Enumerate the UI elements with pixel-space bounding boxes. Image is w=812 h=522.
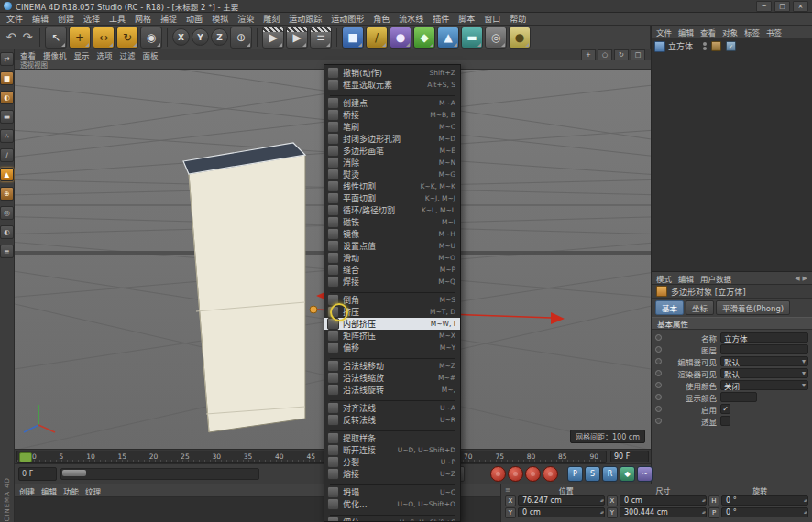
parameter-key-toggle[interactable]: ◆ — [620, 466, 635, 482]
polygon-tag-icon[interactable] — [711, 41, 721, 51]
model-mode-icon[interactable]: ■ — [0, 71, 14, 85]
maximize-view-icon[interactable]: □ — [631, 49, 645, 60]
attribute-menu-item[interactable]: 用户数据 — [700, 273, 731, 284]
texture-mode-icon[interactable]: ◐ — [0, 91, 14, 104]
add-deformer-button[interactable]: ▲ — [437, 27, 459, 49]
viewport-solo-icon[interactable]: ◎ — [0, 206, 14, 220]
material-menu-item[interactable]: 纹理 — [85, 485, 101, 496]
add-mograph-button[interactable]: ◆ — [413, 27, 435, 49]
attribute-control[interactable] — [720, 404, 730, 414]
coordinate-system-button[interactable]: ⊕ — [230, 27, 252, 49]
slider-handle[interactable] — [62, 470, 86, 476]
record-keyframe-button[interactable] — [490, 466, 506, 482]
add-environment-button[interactable]: ▬ — [461, 27, 483, 49]
menubar-item[interactable]: 流水线 — [399, 13, 423, 25]
undo-icon[interactable]: ↶ — [4, 27, 18, 48]
context-menu-item[interactable]: 对齐法线 U~A — [324, 402, 460, 414]
context-menu-item[interactable]: 偏移 M~Y — [324, 342, 460, 353]
rotate-view-icon[interactable]: ↻ — [614, 49, 629, 60]
end-frame-field[interactable]: 90 F — [610, 451, 649, 462]
context-menu-item[interactable]: 沿法线缩放 M~# — [324, 372, 460, 384]
menubar-item[interactable]: 创建 — [58, 13, 74, 25]
viewport-menu-item[interactable]: 选项 — [97, 49, 113, 60]
frame-slider[interactable] — [60, 468, 259, 480]
context-menu-item[interactable]: 内部挤压 M~W, I — [324, 318, 460, 330]
anim-dot-icon[interactable] — [655, 406, 662, 412]
viewport-menu-item[interactable]: 摄像机 — [43, 49, 67, 60]
attribute-tab[interactable]: 基本 — [655, 300, 684, 315]
context-menu-item[interactable]: 磁铁 M~I — [324, 216, 460, 228]
context-menu-item[interactable]: 反转法线 U~R — [324, 414, 460, 426]
context-menu-item[interactable]: 沿法线移动 M~Z — [324, 360, 460, 372]
make-editable-icon[interactable]: ⇄ — [0, 52, 14, 66]
material-menu-item[interactable]: 编辑 — [41, 485, 57, 496]
viewport-menu-item[interactable]: 查看 — [20, 49, 36, 60]
context-menu-item[interactable]: 沿法线旋转 M~, — [324, 384, 460, 396]
add-generator-button[interactable]: ● — [390, 27, 411, 49]
object-manager-menu-item[interactable]: 文件 — [656, 27, 672, 38]
object-list-item[interactable]: 立方体 — [654, 40, 809, 52]
lock-y-axis-button[interactable]: Y — [192, 28, 209, 46]
render-settings-button[interactable]: ≡ — [310, 27, 332, 49]
context-menu-item[interactable]: 平面切割 K~J, M~J — [324, 192, 460, 204]
current-frame-marker[interactable] — [19, 452, 32, 462]
scale-tool[interactable]: ↔ — [93, 27, 115, 49]
menubar-item[interactable]: 模拟 — [212, 13, 228, 25]
maximize-button[interactable]: □ — [774, 1, 790, 12]
rotate-tool[interactable]: ↻ — [116, 27, 138, 49]
menubar-item[interactable]: 雕刻 — [263, 13, 280, 25]
attribute-tab[interactable]: 坐标 — [686, 300, 714, 315]
attribute-control[interactable]: 关闭 — [720, 380, 808, 390]
context-menu-item[interactable]: 设置点值 M~U — [324, 240, 460, 252]
context-menu-item[interactable]: 倒角 M~S — [324, 294, 460, 306]
lock-x-axis-button[interactable]: X — [172, 28, 190, 46]
context-menu-item[interactable]: 焊接 M~Q — [324, 276, 460, 288]
attribute-control[interactable] — [720, 344, 808, 354]
object-manager-menu-item[interactable]: 书签 — [766, 27, 782, 38]
menubar-item[interactable]: 网格 — [135, 13, 151, 25]
move-tool[interactable]: + — [69, 27, 91, 49]
context-menu-item[interactable]: 提取样条 — [324, 432, 460, 444]
context-menu-item[interactable]: 镜像 M~H — [324, 228, 460, 240]
render-view-button[interactable]: ▶ — [262, 27, 284, 49]
lock-z-axis-button[interactable]: Z — [211, 28, 228, 46]
minimize-button[interactable]: ─ — [756, 1, 772, 12]
context-menu-item[interactable]: 优化... U~O, U~Shift+O — [324, 498, 460, 510]
context-menu-item[interactable]: 熨烫 M~G — [324, 169, 460, 180]
context-menu-item[interactable]: 创建点 M~A — [324, 97, 460, 109]
anim-dot-icon[interactable] — [655, 346, 662, 353]
add-primitive-button[interactable]: ■ — [342, 27, 364, 49]
workplane-mode-icon[interactable]: ▬ — [0, 110, 14, 124]
record-options-button[interactable] — [543, 466, 558, 482]
visibility-dots[interactable] — [703, 42, 707, 50]
attribute-control[interactable] — [720, 416, 730, 426]
scale-key-toggle[interactable]: S — [585, 466, 600, 482]
menubar-item[interactable]: 选择 — [83, 13, 100, 25]
add-light-button[interactable]: ● — [509, 27, 531, 49]
material-menu-item[interactable]: 功能 — [63, 485, 79, 496]
context-menu-item[interactable]: 滑动 M~O — [324, 252, 460, 264]
close-button[interactable]: × — [793, 1, 808, 12]
size-field[interactable]: 300.444 cm — [620, 507, 707, 517]
object-manager-menu-item[interactable]: 查看 — [700, 27, 716, 38]
enable-axis-icon[interactable]: ⊕ — [0, 187, 14, 201]
menubar-item[interactable]: 脚本 — [458, 13, 475, 25]
locked-workplane-icon[interactable]: ≡ — [0, 245, 14, 258]
attribute-menu-item[interactable]: 模式 — [656, 273, 672, 284]
rotation-key-toggle[interactable]: R — [602, 466, 618, 482]
object-manager-menu-item[interactable]: 对象 — [722, 27, 738, 38]
object-manager-menu-item[interactable]: 标签 — [744, 27, 760, 38]
attribute-control[interactable]: 默认 — [720, 368, 808, 378]
menubar-item[interactable]: 运动图形 — [331, 13, 364, 25]
rotation-field[interactable]: 0 ° — [721, 507, 808, 517]
context-menu-item[interactable]: 分裂 U~P — [324, 456, 460, 468]
autokeying-button[interactable] — [508, 466, 523, 482]
menubar-item[interactable]: 工具 — [109, 13, 126, 25]
menubar-item[interactable]: 插件 — [433, 13, 449, 25]
live-selection-tool[interactable]: ↖ — [45, 27, 67, 49]
context-menu-item[interactable]: 矩阵挤压 M~X — [324, 330, 460, 342]
position-key-toggle[interactable]: P — [567, 466, 583, 482]
menubar-item[interactable]: 捕捉 — [160, 13, 177, 25]
anim-dot-icon[interactable] — [655, 358, 662, 364]
context-menu-item[interactable]: 框显选取元素 Alt+S, S — [324, 79, 460, 91]
